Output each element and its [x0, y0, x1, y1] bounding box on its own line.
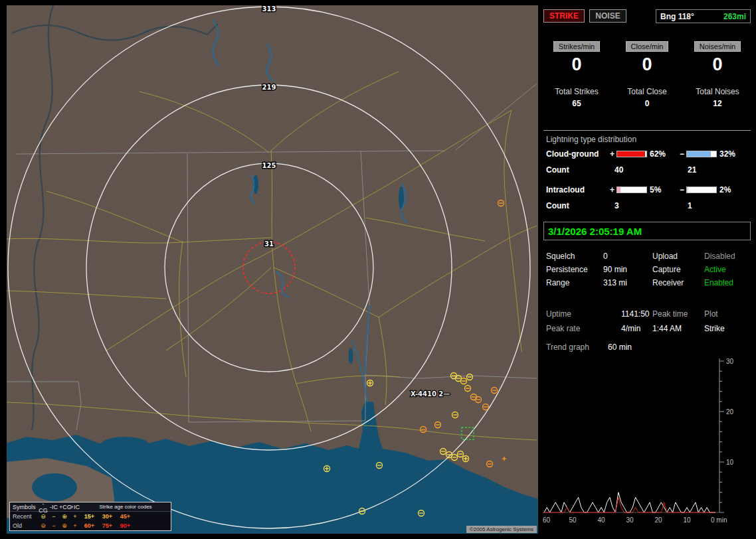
strike-mode-button[interactable]: STRIKE: [543, 9, 585, 23]
y-tick-30: 30: [726, 358, 734, 365]
ic-positive-fill: [617, 187, 620, 193]
receiver-value: Enabled: [704, 278, 749, 287]
legend-col-pcg: +CG: [59, 504, 70, 510]
uptime-row-2: Peak rate 4/min 1:44 AM Strike: [546, 321, 749, 336]
upload-label: Upload: [652, 252, 704, 261]
noise-mode-button[interactable]: NOISE: [589, 9, 626, 23]
age-75: 75+: [98, 522, 116, 529]
noises-per-min-label: Noises/min: [694, 41, 741, 52]
neg-ic-icon: −: [48, 513, 59, 520]
y-tick-10: 10: [726, 459, 734, 466]
legend-row-recent: Recent ⊖ − ⊕ + 15+ 30+ 45+: [10, 512, 171, 521]
ic-positive-count: 3: [614, 201, 688, 210]
persistence-value: 90 min: [603, 265, 652, 274]
legend-header: Symbols -CG -IC +CG +IC Strike age color…: [10, 502, 171, 512]
peak-rate-label: Peak rate: [546, 324, 621, 333]
x-tick-0: 0 min: [711, 516, 727, 524]
cg-positive-pct: 62%: [647, 149, 678, 159]
station-label: X-4410 2—: [411, 390, 450, 398]
capture-label: Capture: [652, 265, 704, 274]
intracloud-label: Intracloud: [546, 185, 608, 194]
cg-negative-count: 21: [688, 165, 696, 175]
close-per-min-value: 0: [626, 54, 669, 75]
pos-cg-icon: ⊕: [59, 522, 70, 529]
trend-series-noises: [544, 497, 715, 512]
pos-cg-icon: ⊕: [59, 513, 70, 520]
total-strikes-value: 65: [555, 99, 598, 108]
total-close-value: 0: [627, 99, 666, 108]
legend-old-label: Old: [10, 522, 38, 529]
section-divider: [543, 130, 751, 131]
ic-negative-count: 1: [688, 201, 692, 210]
totals-row: Total Strikes 65 Total Close 0 Total Noi…: [541, 87, 753, 108]
squelch-label: Squelch: [546, 252, 603, 261]
copyright-text: ©2005 Astrogenic Systems: [466, 526, 537, 533]
pos-ic-icon: +: [70, 522, 80, 529]
trend-axis-ticks: [719, 361, 724, 512]
total-close: Total Close 0: [627, 87, 666, 108]
bearing-label: Bng 118°: [660, 12, 694, 21]
age-45: 45+: [116, 513, 134, 520]
ic-negative-bar: [686, 187, 717, 193]
cg-negative-pct: 32%: [717, 149, 747, 159]
bearing-box: Bng 118° 263mi: [656, 9, 751, 23]
cg-positive-bar: [616, 151, 647, 157]
x-tick-60: 60: [543, 516, 551, 524]
strikes-per-min-value: 0: [553, 54, 600, 75]
neg-cg-icon: ⊖: [38, 513, 48, 520]
trend-graph: 30 20 10 60 50 40 30 20 10 0 min: [541, 357, 753, 530]
noises-per-min: Noises/min 0: [694, 42, 741, 75]
ring-label-219: 219: [262, 84, 276, 91]
status-panel: STRIKE NOISE Bng 118° 263mi Strikes/min …: [541, 5, 753, 534]
x-tick-50: 50: [569, 516, 577, 524]
cg-positive-count: 40: [614, 165, 688, 175]
noises-per-min-value: 0: [694, 54, 741, 75]
datetime-value: 3/1/2026 2:05:19 AM: [548, 226, 642, 237]
ring-label-125: 125: [262, 162, 276, 169]
range-label: Range: [546, 278, 603, 287]
app-window: 313 219 125 31 X-4410 2— Symbols -CG -IC…: [0, 0, 756, 539]
mode-button-row: STRIKE NOISE Bng 118° 263mi: [543, 9, 751, 24]
x-tick-10: 10: [683, 516, 691, 524]
datetime-box: 3/1/2026 2:05:19 AM: [543, 222, 751, 240]
peak-rate-value: 4/min: [621, 324, 652, 333]
total-noises-label: Total Noises: [696, 87, 739, 96]
total-noises-value: 12: [696, 99, 739, 108]
age-30: 30+: [98, 513, 116, 520]
capture-value: Active: [704, 265, 749, 274]
ic-positive-pct: 5%: [647, 185, 678, 194]
legend-row-old: Old ⊖ − ⊕ + 60+ 75+ 90+: [10, 521, 171, 530]
trend-series-layer: [544, 493, 715, 512]
ring-label-31: 31: [264, 240, 274, 248]
status-grid: Squelch 0 Upload Disabled Persistence 90…: [546, 250, 749, 289]
trend-graph-label: Trend graph: [546, 343, 608, 352]
pos-ic-icon: +: [70, 513, 80, 520]
plot-value: Strike: [704, 324, 749, 333]
map-legend: Symbols -CG -IC +CG +IC Strike age color…: [9, 502, 171, 531]
ic-count-row: Count 3 1: [546, 201, 692, 210]
strikes-per-min-label: Strikes/min: [553, 41, 600, 52]
receiver-label: Receiver: [652, 278, 704, 287]
status-row-range: Range 313 mi Receiver Enabled: [546, 276, 749, 289]
ic-negative-fill: [687, 187, 688, 193]
squelch-value: 0: [603, 252, 652, 261]
minus-sign: −: [678, 149, 686, 159]
legend-col-pic: +IC: [70, 504, 80, 510]
plot-label: Plot: [704, 309, 749, 319]
total-strikes-label: Total Strikes: [555, 87, 598, 96]
plus-sign: +: [608, 149, 616, 159]
map-canvas[interactable]: 313 219 125 31 X-4410 2—: [7, 5, 538, 534]
uptime-value: 1141:50: [621, 309, 652, 319]
bearing-distance: 263mi: [723, 12, 746, 21]
status-row-squelch: Squelch 0 Upload Disabled: [546, 250, 749, 263]
upload-value: Disabled: [704, 252, 749, 261]
legend-col-nic: -IC: [48, 504, 59, 510]
minus-sign: −: [678, 185, 686, 194]
ic-negative-pct: 2%: [717, 185, 747, 194]
ic-count-label: Count: [546, 201, 614, 210]
cloud-ground-row: Cloud-ground + 62% − 32%: [546, 149, 747, 159]
legend-symbols-title: Symbols: [10, 504, 38, 510]
cg-count-row: Count 40 21: [546, 165, 696, 175]
ic-positive-bar: [616, 187, 647, 193]
peak-time-value: 1:44 AM: [652, 324, 704, 333]
